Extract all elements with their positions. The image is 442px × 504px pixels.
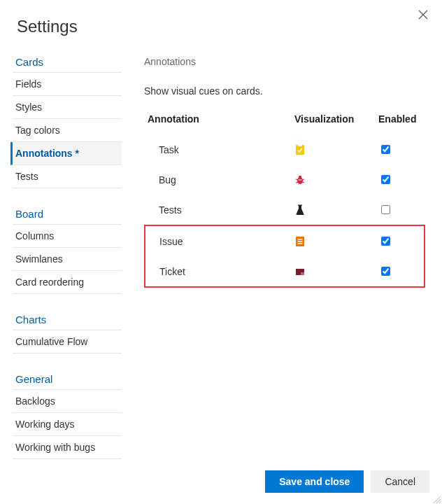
enabled-checkbox[interactable]: [381, 267, 390, 276]
sidebar-item-tag-colors[interactable]: Tag colors: [13, 119, 122, 142]
enabled-cell: [376, 195, 425, 225]
sidebar-section-general: General: [13, 368, 122, 390]
col-annotation: Annotation: [145, 109, 292, 134]
svg-point-10: [299, 179, 300, 181]
svg-rect-2: [296, 145, 304, 155]
sidebar-item-columns[interactable]: Columns: [13, 225, 122, 248]
svg-point-5: [299, 176, 301, 178]
panel-description: Show visual cues on cards.: [144, 85, 425, 97]
sidebar-item-working-with-bugs[interactable]: Working with bugs: [13, 436, 122, 459]
resize-grip-icon[interactable]: [432, 494, 441, 503]
sidebar-item-working-days[interactable]: Working days: [13, 413, 122, 436]
svg-line-9: [302, 182, 304, 183]
enabled-cell: [376, 225, 425, 256]
sidebar-item-card-reordering[interactable]: Card reordering: [13, 271, 122, 294]
annotation-name: Bug: [145, 164, 292, 195]
save-and-close-button[interactable]: Save and close: [265, 470, 364, 493]
annotation-name: Tests: [145, 195, 292, 225]
task-icon: [292, 134, 376, 164]
annotations-table: Annotation Visualization Enabled TaskBug…: [144, 109, 425, 288]
close-icon: [418, 10, 428, 20]
sidebar: CardsFieldsStylesTag colorsAnnotations *…: [13, 56, 122, 459]
table-row: Issue: [145, 225, 425, 256]
svg-rect-12: [298, 205, 302, 206]
sidebar-section-board: Board: [13, 202, 122, 225]
svg-point-11: [300, 179, 301, 181]
cancel-button[interactable]: Cancel: [371, 470, 429, 493]
annotation-name: Task: [145, 134, 292, 164]
svg-line-8: [296, 182, 298, 183]
dialog-footer: Save and close Cancel: [265, 470, 429, 493]
dialog-title: Settings: [0, 0, 442, 56]
enabled-cell: [376, 256, 425, 287]
enabled-checkbox[interactable]: [381, 205, 390, 214]
sidebar-item-styles[interactable]: Styles: [13, 96, 122, 119]
sidebar-item-annotations[interactable]: Annotations *: [10, 142, 122, 165]
enabled-checkbox[interactable]: [381, 237, 390, 246]
bug-icon: [292, 164, 376, 195]
close-button[interactable]: [418, 10, 429, 21]
enabled-checkbox[interactable]: [381, 175, 390, 184]
panel-title: Annotations: [144, 56, 425, 67]
sidebar-item-tests[interactable]: Tests: [13, 165, 122, 188]
annotation-name: Ticket: [145, 256, 292, 287]
sidebar-section-cards: Cards: [13, 56, 122, 73]
sidebar-item-fields[interactable]: Fields: [13, 73, 122, 96]
enabled-checkbox[interactable]: [381, 145, 390, 154]
list-icon: [292, 225, 376, 256]
col-visualization: Visualization: [292, 109, 376, 134]
table-row: Task: [145, 134, 425, 164]
enabled-cell: [376, 164, 425, 195]
table-row: Tests: [145, 195, 425, 225]
table-row: Ticket: [145, 256, 425, 287]
content-panel: Annotations Show visual cues on cards. A…: [122, 56, 442, 288]
sidebar-item-cumulative-flow[interactable]: Cumulative Flow: [13, 330, 122, 354]
col-enabled: Enabled: [376, 109, 425, 134]
sidebar-item-swimlanes[interactable]: Swimlanes: [13, 248, 122, 271]
sidebar-section-charts: Charts: [13, 308, 122, 330]
sidebar-item-backlogs[interactable]: Backlogs: [13, 390, 122, 413]
ticket-icon: [292, 256, 376, 287]
svg-rect-3: [298, 144, 302, 146]
enabled-cell: [376, 134, 425, 164]
svg-rect-18: [301, 272, 305, 276]
annotation-name: Issue: [145, 225, 292, 256]
flask-icon: [292, 195, 376, 225]
table-row: Bug: [145, 164, 425, 195]
svg-line-21: [439, 502, 441, 503]
